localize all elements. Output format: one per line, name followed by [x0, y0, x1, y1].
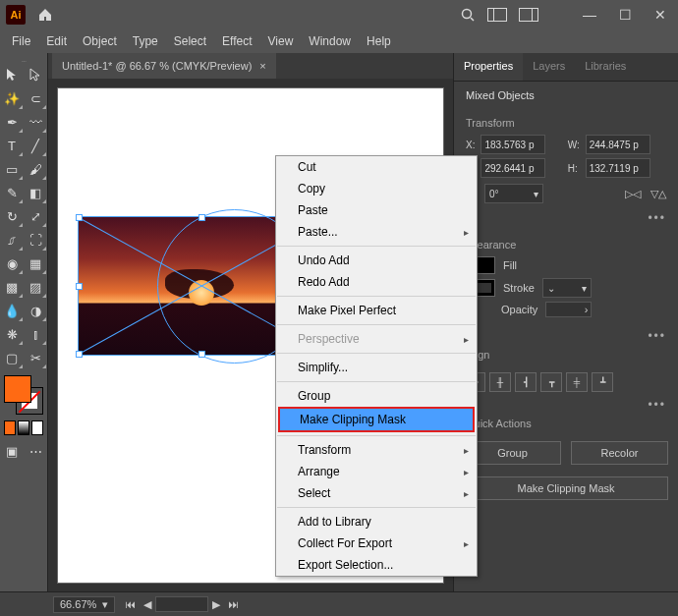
qa-group-button[interactable]: Group	[464, 441, 561, 465]
menu-help[interactable]: Help	[359, 34, 399, 48]
arrange-documents-icon[interactable]	[519, 8, 538, 22]
fill-stroke-control[interactable]	[4, 375, 43, 415]
status-bar: 66.67%▾ ⏮ ◀ ▶ ⏭	[0, 591, 678, 616]
artboard-tool-icon[interactable]: ▢	[0, 346, 24, 369]
nav-last-icon[interactable]: ⏭	[224, 598, 243, 610]
ctx-collect-export[interactable]: Collect For Export	[276, 532, 477, 554]
align-bottom-icon[interactable]: ┻	[592, 372, 613, 392]
nav-first-icon[interactable]: ⏮	[121, 598, 140, 610]
ctx-cut[interactable]: Cut	[276, 156, 477, 178]
ctx-make-clipping-mask[interactable]: Make Clipping Mask	[278, 407, 475, 432]
nav-next-icon[interactable]: ▶	[208, 598, 224, 611]
scale-tool-icon[interactable]: ⤢	[24, 204, 47, 228]
eyedropper-tool-icon[interactable]: 💧	[0, 299, 24, 322]
svg-point-0	[463, 10, 472, 19]
type-tool-icon[interactable]: T	[0, 134, 24, 157]
edit-toolbar-icon[interactable]: ⋯	[24, 439, 47, 463]
gradient-mode-icon[interactable]	[18, 420, 29, 435]
x-input[interactable]	[480, 135, 545, 154]
menu-effect[interactable]: Effect	[214, 34, 259, 48]
flip-horizontal-icon[interactable]: ▷◁	[625, 188, 641, 200]
brush-tool-icon[interactable]: 🖌	[24, 157, 47, 181]
w-input[interactable]	[586, 135, 650, 154]
align-center-v-icon[interactable]: ╪	[566, 372, 588, 392]
menu-edit[interactable]: Edit	[38, 34, 75, 48]
workspace-layout-icon[interactable]	[487, 8, 507, 22]
ctx-add-library[interactable]: Add to Library	[276, 511, 477, 532]
minimize-button[interactable]: —	[578, 7, 601, 23]
blend-tool-icon[interactable]: ◑	[24, 299, 47, 322]
menu-window[interactable]: Window	[301, 34, 359, 48]
none-mode-icon[interactable]	[31, 420, 43, 435]
shape-builder-tool-icon[interactable]: ◉	[0, 252, 24, 275]
magic-wand-tool-icon[interactable]: ✨	[0, 86, 24, 110]
ctx-perspective[interactable]: Perspective	[276, 328, 477, 350]
search-icon[interactable]	[460, 7, 476, 23]
menu-select[interactable]: Select	[166, 34, 214, 48]
stroke-weight-dropdown[interactable]: ⌄▾	[542, 278, 592, 298]
symbol-sprayer-tool-icon[interactable]: ❋	[0, 322, 24, 346]
menu-object[interactable]: Object	[75, 34, 125, 48]
home-icon[interactable]	[37, 7, 53, 23]
color-mode-icon[interactable]	[4, 420, 16, 435]
align-right-icon[interactable]: ┫	[515, 372, 537, 392]
nav-prev-icon[interactable]: ◀	[140, 598, 155, 611]
slice-tool-icon[interactable]: ✂	[24, 346, 47, 369]
more-options-icon-2[interactable]: •••	[454, 329, 678, 349]
ctx-simplify[interactable]: Simplify...	[276, 357, 477, 378]
lasso-tool-icon[interactable]: ⊂	[24, 86, 47, 110]
free-transform-tool-icon[interactable]: ⛶	[24, 228, 47, 252]
zoom-dropdown[interactable]: 66.67%▾	[53, 596, 115, 613]
qa-clipping-mask-button[interactable]: Make Clipping Mask	[464, 476, 668, 500]
opacity-input[interactable]: ›	[545, 302, 592, 317]
maximize-button[interactable]: ☐	[613, 7, 637, 23]
menu-view[interactable]: View	[260, 34, 302, 48]
h-input[interactable]	[586, 158, 650, 178]
selection-type: Mixed Objects	[466, 89, 666, 101]
direct-selection-tool-icon[interactable]	[24, 63, 47, 86]
gradient-tool-icon[interactable]: ▨	[24, 275, 47, 299]
tab-layers[interactable]: Layers	[523, 53, 575, 81]
selection-tool-icon[interactable]	[0, 63, 24, 86]
tab-close-icon[interactable]: ×	[259, 60, 265, 72]
ctx-paste[interactable]: Paste	[276, 199, 477, 221]
perspective-tool-icon[interactable]: ▦	[24, 252, 47, 275]
ctx-transform[interactable]: Transform	[276, 439, 477, 461]
menu-file[interactable]: File	[4, 34, 38, 48]
tab-libraries[interactable]: Libraries	[575, 53, 636, 81]
close-button[interactable]: ✕	[649, 7, 672, 23]
rotate-tool-icon[interactable]: ↻	[0, 204, 24, 228]
pen-tool-icon[interactable]: ✒	[0, 110, 24, 134]
shaper-tool-icon[interactable]: ✎	[0, 181, 24, 204]
rectangle-tool-icon[interactable]: ▭	[0, 157, 24, 181]
ctx-paste-special[interactable]: Paste...	[276, 221, 477, 243]
fill-swatch[interactable]	[4, 375, 31, 403]
width-tool-icon[interactable]: ⎎	[0, 228, 24, 252]
ctx-pixel-perfect[interactable]: Make Pixel Perfect	[276, 300, 477, 321]
ctx-copy[interactable]: Copy	[276, 178, 477, 199]
angle-dropdown[interactable]: 0°▾	[484, 184, 543, 203]
align-center-h-icon[interactable]: ╫	[489, 372, 511, 392]
ctx-select[interactable]: Select	[276, 482, 477, 504]
more-options-icon[interactable]: •••	[454, 211, 678, 231]
ctx-undo[interactable]: Undo Add	[276, 250, 477, 271]
y-input[interactable]	[480, 158, 545, 178]
artboard-nav-dropdown[interactable]	[155, 596, 208, 612]
ctx-group[interactable]: Group	[276, 385, 477, 407]
graph-tool-icon[interactable]: ⫿	[24, 322, 47, 346]
tab-properties[interactable]: Properties	[454, 53, 523, 81]
align-top-icon[interactable]: ┳	[540, 372, 562, 392]
mesh-tool-icon[interactable]: ▩	[0, 275, 24, 299]
line-tool-icon[interactable]: ╱	[24, 134, 47, 157]
screen-mode-icon[interactable]: ▣	[0, 439, 24, 463]
flip-vertical-icon[interactable]: ▽△	[650, 188, 666, 200]
ctx-redo[interactable]: Redo Add	[276, 271, 477, 293]
menu-type[interactable]: Type	[125, 34, 166, 48]
ctx-export-selection[interactable]: Export Selection...	[276, 554, 477, 576]
qa-recolor-button[interactable]: Recolor	[571, 441, 668, 465]
curvature-tool-icon[interactable]: 〰	[24, 110, 47, 134]
document-tab[interactable]: Untitled-1* @ 66.67 % (CMYK/Preview) ×	[52, 53, 276, 79]
eraser-tool-icon[interactable]: ◧	[24, 181, 47, 204]
ctx-arrange[interactable]: Arrange	[276, 461, 477, 482]
more-options-icon-3[interactable]: •••	[454, 398, 678, 418]
